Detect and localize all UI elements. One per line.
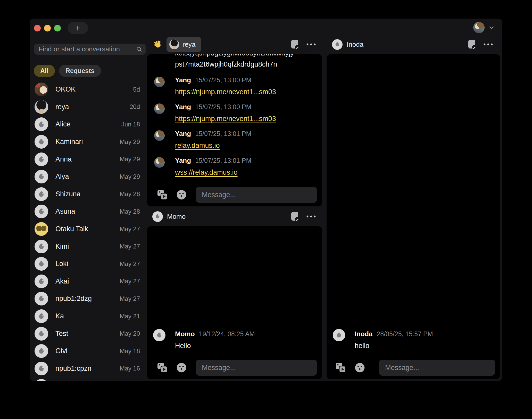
- message-link[interactable]: https://njump.me/nevent1...sm03: [175, 88, 276, 96]
- compose-note-icon[interactable]: [291, 211, 299, 222]
- message: Momo 19/12/24, 08:25 AM Hello: [147, 330, 322, 350]
- sender-avatar[interactable]: [154, 77, 165, 87]
- message: Yang15/07/25, 13:00 PMhttps://njump.me/n…: [147, 76, 322, 96]
- message-link[interactable]: https://njump.me/nevent1...sm03: [175, 115, 276, 123]
- close-window-button[interactable]: [34, 25, 41, 31]
- emoji-button[interactable]: [176, 362, 187, 373]
- message: Yang15/07/25, 13:00 PMhttps://njump.me/n…: [147, 103, 322, 123]
- conversation-date: May 20: [120, 330, 140, 337]
- message-input[interactable]: [379, 360, 495, 376]
- chat-title: Inoda: [347, 41, 363, 49]
- emoji-button[interactable]: [176, 189, 187, 200]
- message-author: Momo: [175, 330, 195, 338]
- conversation-row[interactable]: OKOK5d: [30, 81, 147, 98]
- sender-avatar[interactable]: [154, 157, 165, 168]
- conversation-row[interactable]: [30, 377, 147, 381]
- media-picker-icon[interactable]: [157, 189, 168, 200]
- message-timestamp: 19/12/24, 08:25 AM: [199, 330, 255, 338]
- message: Yang15/07/25, 13:01 PMwss://relay.damus.…: [147, 157, 322, 176]
- conversation-date: 20d: [130, 103, 140, 110]
- conversation-row[interactable]: KaminariMay 29: [30, 133, 147, 151]
- media-picker-icon[interactable]: [157, 362, 168, 373]
- conversation-name: Loki: [55, 260, 120, 268]
- user-avatar[interactable]: [473, 22, 485, 33]
- conversation-row[interactable]: AnnaMay 29: [30, 150, 147, 168]
- message-timestamp: 28/05/25, 15:57 PM: [377, 330, 433, 338]
- chat-title: reya: [182, 41, 196, 49]
- conversation-row[interactable]: ShizunaMay 28: [30, 186, 147, 203]
- conversation-date: May 27: [120, 243, 140, 250]
- message-input-row: [147, 187, 322, 203]
- conversation-avatar: [35, 170, 48, 183]
- search-input[interactable]: [34, 45, 146, 53]
- search-box: [34, 44, 146, 55]
- message: Inoda 28/05/25, 15:57 PM hello: [327, 330, 500, 350]
- peer-avatar[interactable]: [332, 39, 343, 50]
- conversation-date: 5d: [133, 86, 140, 93]
- conversation-avatar: [35, 135, 48, 149]
- filter-all-button[interactable]: All: [34, 65, 55, 77]
- conversation-row[interactable]: npub1:2dzgMay 27: [30, 290, 147, 308]
- message-input[interactable]: [196, 187, 317, 203]
- compose-note-icon[interactable]: [468, 39, 476, 50]
- sender-avatar[interactable]: [154, 103, 165, 114]
- conversation-name: Givi: [55, 347, 120, 355]
- message-input[interactable]: [196, 360, 317, 376]
- sender-avatar[interactable]: [154, 130, 165, 141]
- conversation-row[interactable]: Otaku TalkMay 27: [30, 220, 147, 238]
- conversation-row[interactable]: TestMay 20: [30, 325, 147, 342]
- conversation-avatar: [35, 240, 48, 253]
- conversation-date: May 27: [120, 260, 140, 268]
- conversation-filters: All Requests: [34, 65, 101, 77]
- conversation-row[interactable]: AkaiMay 27: [30, 273, 147, 290]
- message-timestamp: 15/07/25, 13:01 PM: [195, 157, 251, 164]
- message-input-row: [327, 360, 500, 376]
- conversation-name: Asuna: [55, 207, 120, 215]
- conversation-avatar: [35, 152, 48, 166]
- new-chat-button[interactable]: +: [68, 22, 88, 34]
- conversation-row[interactable]: KimiMay 27: [30, 238, 147, 255]
- emoji-button[interactable]: [354, 362, 365, 373]
- conversation-row[interactable]: GiviMay 18: [30, 342, 147, 360]
- media-picker-icon[interactable]: [335, 362, 346, 373]
- chat-header-momo: Momo: [147, 209, 323, 224]
- more-options-button[interactable]: [483, 43, 493, 46]
- conversation-row[interactable]: AsunaMay 28: [30, 203, 147, 220]
- message-link[interactable]: relay.damus.io: [175, 142, 220, 149]
- conversation-avatar: [35, 292, 48, 305]
- conversation-name: npub1:cpzn: [55, 365, 120, 373]
- profile-menu[interactable]: [473, 22, 495, 33]
- conversation-date: May 21: [120, 313, 140, 320]
- conversation-date: Jun 18: [121, 121, 140, 128]
- conversation-row[interactable]: reya20d: [30, 98, 147, 116]
- chat-area-inoda: Inoda 28/05/25, 15:57 PM hello: [327, 54, 500, 379]
- zoom-window-button[interactable]: [54, 25, 61, 31]
- sender-avatar[interactable]: [333, 329, 345, 341]
- sender-avatar[interactable]: [153, 329, 165, 341]
- more-options-button[interactable]: [306, 215, 316, 218]
- conversation-avatar: [35, 327, 48, 341]
- chat-area-momo: Momo 19/12/24, 08:25 AM Hello: [147, 226, 322, 379]
- conversation-avatar: [35, 362, 48, 375]
- message-timestamp: 15/07/25, 13:01 PM: [195, 130, 251, 138]
- message-list: Yang15/07/25, 13:00 PMhttps://njump.me/n…: [147, 76, 322, 176]
- conversation-row[interactable]: AliceJun 18: [30, 116, 147, 133]
- conversation-row[interactable]: KaMay 21: [30, 308, 147, 325]
- conversation-row[interactable]: AlyaMay 29: [30, 168, 147, 186]
- conversation-name: Anna: [55, 155, 120, 163]
- filter-requests-button[interactable]: Requests: [59, 65, 101, 77]
- chat-title-pill[interactable]: reya: [167, 37, 201, 52]
- conversation-avatar: [35, 309, 48, 323]
- message-link[interactable]: wss://relay.damus.io: [175, 168, 238, 176]
- conversation-name: Akai: [55, 277, 120, 285]
- conversation-row[interactable]: LokiMay 27: [30, 255, 147, 273]
- conversation-name: Test: [55, 330, 120, 338]
- chat-header-reya: reya: [147, 37, 323, 52]
- peer-avatar[interactable]: [152, 211, 163, 222]
- more-options-button[interactable]: [306, 43, 316, 46]
- compose-note-icon[interactable]: [291, 39, 299, 50]
- message-text: hello: [355, 342, 500, 350]
- conversation-row[interactable]: npub1:cpznMay 16: [30, 360, 147, 377]
- conversation-name: Otaku Talk: [55, 225, 120, 233]
- minimize-window-button[interactable]: [44, 25, 51, 31]
